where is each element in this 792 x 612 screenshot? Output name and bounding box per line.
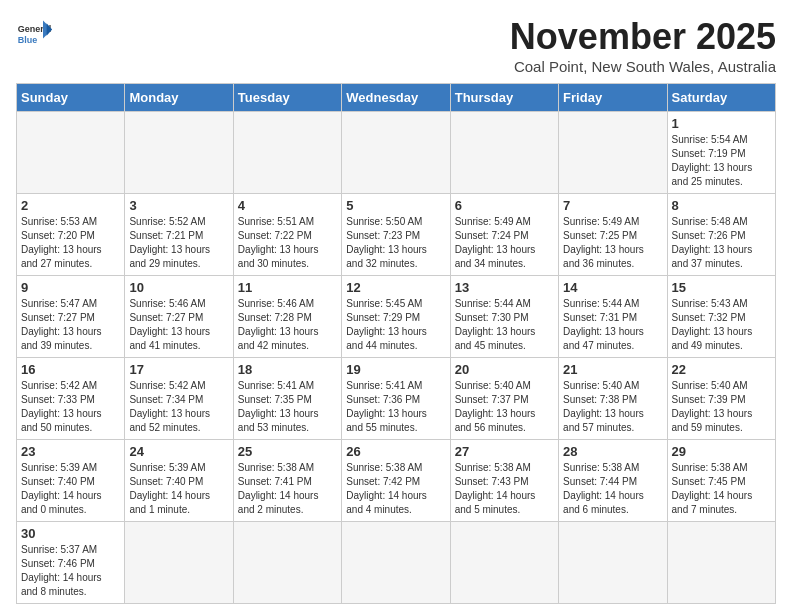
day-info: Sunrise: 5:38 AM Sunset: 7:44 PM Dayligh… bbox=[563, 461, 662, 517]
calendar-day-cell: 4Sunrise: 5:51 AM Sunset: 7:22 PM Daylig… bbox=[233, 194, 341, 276]
day-info: Sunrise: 5:42 AM Sunset: 7:33 PM Dayligh… bbox=[21, 379, 120, 435]
weekday-header-saturday: Saturday bbox=[667, 84, 775, 112]
calendar-day-cell: 25Sunrise: 5:38 AM Sunset: 7:41 PM Dayli… bbox=[233, 440, 341, 522]
day-info: Sunrise: 5:50 AM Sunset: 7:23 PM Dayligh… bbox=[346, 215, 445, 271]
calendar-day-cell: 2Sunrise: 5:53 AM Sunset: 7:20 PM Daylig… bbox=[17, 194, 125, 276]
day-info: Sunrise: 5:49 AM Sunset: 7:24 PM Dayligh… bbox=[455, 215, 554, 271]
day-info: Sunrise: 5:41 AM Sunset: 7:35 PM Dayligh… bbox=[238, 379, 337, 435]
calendar-day-cell: 30Sunrise: 5:37 AM Sunset: 7:46 PM Dayli… bbox=[17, 522, 125, 604]
calendar-day-cell: 20Sunrise: 5:40 AM Sunset: 7:37 PM Dayli… bbox=[450, 358, 558, 440]
location-subtitle: Coal Point, New South Wales, Australia bbox=[510, 58, 776, 75]
calendar-day-cell: 19Sunrise: 5:41 AM Sunset: 7:36 PM Dayli… bbox=[342, 358, 450, 440]
calendar-day-cell: 3Sunrise: 5:52 AM Sunset: 7:21 PM Daylig… bbox=[125, 194, 233, 276]
day-number: 5 bbox=[346, 198, 445, 213]
month-title: November 2025 bbox=[510, 16, 776, 58]
header: General Blue November 2025 Coal Point, N… bbox=[16, 16, 776, 75]
calendar-week-6: 30Sunrise: 5:37 AM Sunset: 7:46 PM Dayli… bbox=[17, 522, 776, 604]
day-number: 29 bbox=[672, 444, 771, 459]
day-info: Sunrise: 5:39 AM Sunset: 7:40 PM Dayligh… bbox=[129, 461, 228, 517]
calendar-day-cell: 24Sunrise: 5:39 AM Sunset: 7:40 PM Dayli… bbox=[125, 440, 233, 522]
calendar-day-cell: 23Sunrise: 5:39 AM Sunset: 7:40 PM Dayli… bbox=[17, 440, 125, 522]
calendar-day-cell: 16Sunrise: 5:42 AM Sunset: 7:33 PM Dayli… bbox=[17, 358, 125, 440]
day-number: 8 bbox=[672, 198, 771, 213]
calendar-day-cell bbox=[233, 112, 341, 194]
weekday-header-monday: Monday bbox=[125, 84, 233, 112]
calendar-day-cell: 10Sunrise: 5:46 AM Sunset: 7:27 PM Dayli… bbox=[125, 276, 233, 358]
calendar-day-cell bbox=[17, 112, 125, 194]
calendar-day-cell: 17Sunrise: 5:42 AM Sunset: 7:34 PM Dayli… bbox=[125, 358, 233, 440]
day-number: 7 bbox=[563, 198, 662, 213]
calendar-day-cell: 14Sunrise: 5:44 AM Sunset: 7:31 PM Dayli… bbox=[559, 276, 667, 358]
weekday-header-sunday: Sunday bbox=[17, 84, 125, 112]
day-number: 9 bbox=[21, 280, 120, 295]
calendar-day-cell: 15Sunrise: 5:43 AM Sunset: 7:32 PM Dayli… bbox=[667, 276, 775, 358]
day-info: Sunrise: 5:38 AM Sunset: 7:41 PM Dayligh… bbox=[238, 461, 337, 517]
weekday-header-tuesday: Tuesday bbox=[233, 84, 341, 112]
calendar-week-2: 2Sunrise: 5:53 AM Sunset: 7:20 PM Daylig… bbox=[17, 194, 776, 276]
calendar-day-cell bbox=[125, 522, 233, 604]
calendar-day-cell: 12Sunrise: 5:45 AM Sunset: 7:29 PM Dayli… bbox=[342, 276, 450, 358]
day-number: 26 bbox=[346, 444, 445, 459]
day-number: 12 bbox=[346, 280, 445, 295]
day-number: 27 bbox=[455, 444, 554, 459]
day-info: Sunrise: 5:52 AM Sunset: 7:21 PM Dayligh… bbox=[129, 215, 228, 271]
day-info: Sunrise: 5:39 AM Sunset: 7:40 PM Dayligh… bbox=[21, 461, 120, 517]
day-info: Sunrise: 5:38 AM Sunset: 7:43 PM Dayligh… bbox=[455, 461, 554, 517]
day-number: 22 bbox=[672, 362, 771, 377]
day-number: 11 bbox=[238, 280, 337, 295]
day-info: Sunrise: 5:44 AM Sunset: 7:31 PM Dayligh… bbox=[563, 297, 662, 353]
weekday-header-wednesday: Wednesday bbox=[342, 84, 450, 112]
day-number: 23 bbox=[21, 444, 120, 459]
calendar-week-4: 16Sunrise: 5:42 AM Sunset: 7:33 PM Dayli… bbox=[17, 358, 776, 440]
day-info: Sunrise: 5:38 AM Sunset: 7:45 PM Dayligh… bbox=[672, 461, 771, 517]
calendar-day-cell: 11Sunrise: 5:46 AM Sunset: 7:28 PM Dayli… bbox=[233, 276, 341, 358]
day-number: 6 bbox=[455, 198, 554, 213]
logo: General Blue bbox=[16, 16, 52, 52]
day-info: Sunrise: 5:37 AM Sunset: 7:46 PM Dayligh… bbox=[21, 543, 120, 599]
calendar-day-cell: 7Sunrise: 5:49 AM Sunset: 7:25 PM Daylig… bbox=[559, 194, 667, 276]
weekday-header-friday: Friday bbox=[559, 84, 667, 112]
calendar-day-cell: 13Sunrise: 5:44 AM Sunset: 7:30 PM Dayli… bbox=[450, 276, 558, 358]
calendar-week-3: 9Sunrise: 5:47 AM Sunset: 7:27 PM Daylig… bbox=[17, 276, 776, 358]
calendar-day-cell bbox=[559, 522, 667, 604]
calendar-day-cell: 28Sunrise: 5:38 AM Sunset: 7:44 PM Dayli… bbox=[559, 440, 667, 522]
calendar-day-cell: 8Sunrise: 5:48 AM Sunset: 7:26 PM Daylig… bbox=[667, 194, 775, 276]
calendar-day-cell bbox=[125, 112, 233, 194]
day-number: 4 bbox=[238, 198, 337, 213]
calendar-day-cell: 18Sunrise: 5:41 AM Sunset: 7:35 PM Dayli… bbox=[233, 358, 341, 440]
day-number: 13 bbox=[455, 280, 554, 295]
day-number: 2 bbox=[21, 198, 120, 213]
day-number: 10 bbox=[129, 280, 228, 295]
calendar-day-cell: 22Sunrise: 5:40 AM Sunset: 7:39 PM Dayli… bbox=[667, 358, 775, 440]
calendar-day-cell bbox=[559, 112, 667, 194]
calendar-day-cell: 21Sunrise: 5:40 AM Sunset: 7:38 PM Dayli… bbox=[559, 358, 667, 440]
day-info: Sunrise: 5:40 AM Sunset: 7:37 PM Dayligh… bbox=[455, 379, 554, 435]
svg-text:Blue: Blue bbox=[18, 35, 38, 45]
day-info: Sunrise: 5:53 AM Sunset: 7:20 PM Dayligh… bbox=[21, 215, 120, 271]
day-info: Sunrise: 5:54 AM Sunset: 7:19 PM Dayligh… bbox=[672, 133, 771, 189]
weekday-header-row: SundayMondayTuesdayWednesdayThursdayFrid… bbox=[17, 84, 776, 112]
day-info: Sunrise: 5:41 AM Sunset: 7:36 PM Dayligh… bbox=[346, 379, 445, 435]
calendar-day-cell: 26Sunrise: 5:38 AM Sunset: 7:42 PM Dayli… bbox=[342, 440, 450, 522]
day-number: 19 bbox=[346, 362, 445, 377]
calendar-day-cell bbox=[233, 522, 341, 604]
calendar-day-cell bbox=[450, 522, 558, 604]
calendar-day-cell: 27Sunrise: 5:38 AM Sunset: 7:43 PM Dayli… bbox=[450, 440, 558, 522]
day-number: 21 bbox=[563, 362, 662, 377]
day-number: 14 bbox=[563, 280, 662, 295]
day-info: Sunrise: 5:46 AM Sunset: 7:27 PM Dayligh… bbox=[129, 297, 228, 353]
day-number: 20 bbox=[455, 362, 554, 377]
day-info: Sunrise: 5:48 AM Sunset: 7:26 PM Dayligh… bbox=[672, 215, 771, 271]
day-info: Sunrise: 5:43 AM Sunset: 7:32 PM Dayligh… bbox=[672, 297, 771, 353]
calendar-day-cell bbox=[342, 112, 450, 194]
day-number: 15 bbox=[672, 280, 771, 295]
calendar-day-cell: 29Sunrise: 5:38 AM Sunset: 7:45 PM Dayli… bbox=[667, 440, 775, 522]
calendar-day-cell: 6Sunrise: 5:49 AM Sunset: 7:24 PM Daylig… bbox=[450, 194, 558, 276]
day-info: Sunrise: 5:42 AM Sunset: 7:34 PM Dayligh… bbox=[129, 379, 228, 435]
calendar-day-cell: 9Sunrise: 5:47 AM Sunset: 7:27 PM Daylig… bbox=[17, 276, 125, 358]
day-info: Sunrise: 5:47 AM Sunset: 7:27 PM Dayligh… bbox=[21, 297, 120, 353]
calendar-table: SundayMondayTuesdayWednesdayThursdayFrid… bbox=[16, 83, 776, 604]
day-number: 28 bbox=[563, 444, 662, 459]
calendar-day-cell: 5Sunrise: 5:50 AM Sunset: 7:23 PM Daylig… bbox=[342, 194, 450, 276]
day-number: 24 bbox=[129, 444, 228, 459]
